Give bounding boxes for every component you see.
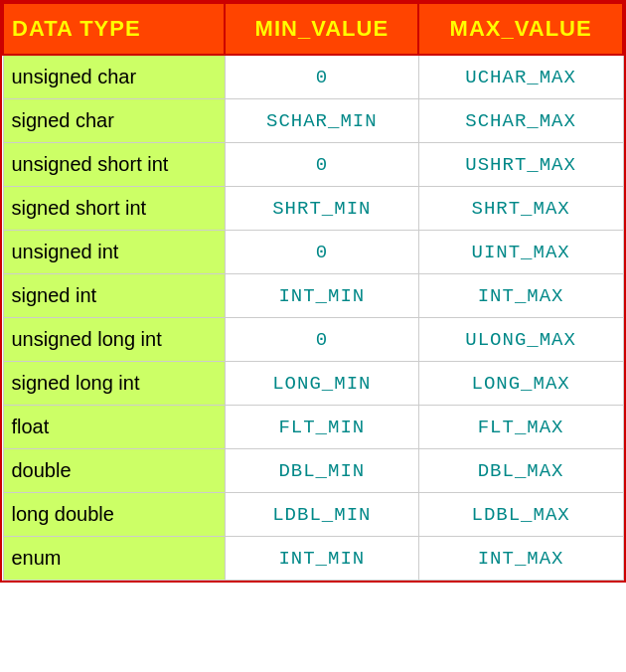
cell-min-value: INT_MIN — [225, 274, 418, 318]
cell-data-type: signed int — [3, 274, 225, 318]
cell-max-value: ULONG_MAX — [418, 318, 623, 362]
header-max-value: MAX_VALUE — [418, 3, 623, 55]
cell-max-value: LDBL_MAX — [418, 493, 623, 537]
table-row: signed intINT_MININT_MAX — [3, 274, 623, 318]
table-row: unsigned long int0ULONG_MAX — [3, 318, 623, 362]
table-header-row: DATA TYPE MIN_VALUE MAX_VALUE — [3, 3, 623, 55]
cell-max-value: SHRT_MAX — [418, 187, 623, 231]
cell-max-value: UINT_MAX — [418, 231, 623, 274]
table-row: enumINT_MININT_MAX — [3, 537, 623, 581]
cell-min-value: FLT_MIN — [225, 406, 418, 449]
cell-max-value: INT_MAX — [418, 274, 623, 318]
cell-min-value: DBL_MIN — [225, 449, 418, 493]
cell-max-value: UCHAR_MAX — [418, 55, 623, 99]
cell-min-value: SCHAR_MIN — [225, 99, 418, 143]
table-row: signed short intSHRT_MINSHRT_MAX — [3, 187, 623, 231]
cell-max-value: SCHAR_MAX — [418, 99, 623, 143]
cell-data-type: double — [3, 449, 225, 493]
table-row: unsigned int0UINT_MAX — [3, 231, 623, 274]
cell-max-value: LONG_MAX — [418, 362, 623, 406]
cell-max-value: DBL_MAX — [418, 449, 623, 493]
cell-data-type: unsigned char — [3, 55, 225, 99]
cell-min-value: LDBL_MIN — [225, 493, 418, 537]
cell-data-type: unsigned long int — [3, 318, 225, 362]
cell-min-value: SHRT_MIN — [225, 187, 418, 231]
cell-min-value: 0 — [225, 318, 418, 362]
cell-data-type: unsigned short int — [3, 143, 225, 187]
cell-min-value: 0 — [225, 143, 418, 187]
cell-min-value: 0 — [225, 55, 418, 99]
cell-min-value: INT_MIN — [225, 537, 418, 581]
cell-min-value: LONG_MIN — [225, 362, 418, 406]
cell-data-type: signed long int — [3, 362, 225, 406]
header-min-value: MIN_VALUE — [225, 3, 418, 55]
cell-max-value: USHRT_MAX — [418, 143, 623, 187]
header-data-type: DATA TYPE — [3, 3, 225, 55]
table-row: signed long intLONG_MINLONG_MAX — [3, 362, 623, 406]
table-row: floatFLT_MINFLT_MAX — [3, 406, 623, 449]
cell-data-type: signed char — [3, 99, 225, 143]
table-row: unsigned short int0USHRT_MAX — [3, 143, 623, 187]
cell-data-type: signed short int — [3, 187, 225, 231]
cell-min-value: 0 — [225, 231, 418, 274]
table-row: signed charSCHAR_MINSCHAR_MAX — [3, 99, 623, 143]
cell-data-type: unsigned int — [3, 231, 225, 274]
cell-max-value: INT_MAX — [418, 537, 623, 581]
cell-data-type: enum — [3, 537, 225, 581]
table-row: doubleDBL_MINDBL_MAX — [3, 449, 623, 493]
data-types-table: DATA TYPE MIN_VALUE MAX_VALUE unsigned c… — [0, 0, 626, 583]
cell-data-type: long double — [3, 493, 225, 537]
cell-data-type: float — [3, 406, 225, 449]
table-row: unsigned char0UCHAR_MAX — [3, 55, 623, 99]
table-row: long doubleLDBL_MINLDBL_MAX — [3, 493, 623, 537]
cell-max-value: FLT_MAX — [418, 406, 623, 449]
